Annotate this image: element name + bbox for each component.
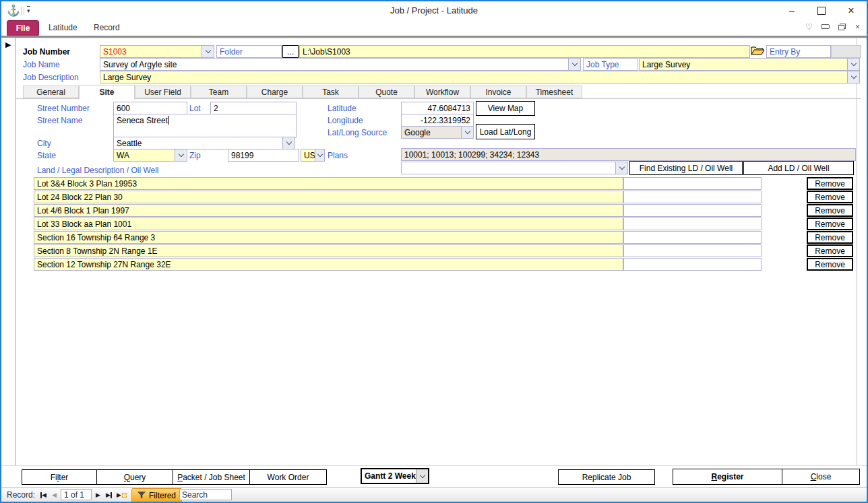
register-button[interactable]: Register [673, 469, 782, 485]
chevron-down-icon[interactable] [202, 46, 214, 57]
gantt-view-combo[interactable]: Gantt 2 Week [361, 468, 429, 484]
street-name-field[interactable]: Seneca Street [113, 114, 297, 138]
window-title: Job / Project - Latitude [1, 5, 867, 15]
new-record-button[interactable]: ▶ [117, 490, 127, 500]
filter-button[interactable]: Filter [22, 469, 97, 485]
tab-workflow[interactable]: Workflow [414, 86, 470, 98]
add-ld-button[interactable]: Add LD / Oil Well [743, 161, 854, 175]
maximize-button[interactable] [807, 1, 836, 20]
remove-land-button[interactable]: Remove [807, 258, 853, 271]
street-number-field[interactable]: 600 [113, 102, 187, 114]
land-extra-field[interactable] [623, 231, 762, 244]
land-section-label: Land / Legal Description / Oil Well [37, 164, 159, 176]
last-record-button[interactable]: ▶ [106, 490, 112, 500]
chevron-down-icon[interactable] [847, 71, 859, 83]
chevron-down-icon[interactable] [568, 59, 580, 70]
longitude-field[interactable]: -122.3319952 [401, 114, 474, 127]
street-name-label: Street Name [37, 114, 82, 127]
land-search-combo[interactable] [401, 162, 628, 174]
job-number-combo[interactable]: S1003 [100, 45, 214, 58]
tab-timesheet[interactable]: Timesheet [526, 86, 582, 98]
remove-land-button[interactable]: Remove [807, 191, 853, 203]
chevron-down-icon[interactable] [847, 59, 859, 70]
zip-field[interactable]: 98199 [228, 149, 299, 162]
query-button[interactable]: Query [96, 469, 173, 485]
city-value: Seattle [117, 139, 142, 148]
chevron-down-icon[interactable] [615, 162, 627, 174]
job-type-combo[interactable]: Large Survey [639, 58, 860, 71]
city-combo[interactable]: Seattle [113, 137, 295, 149]
next-record-button[interactable]: ▶ [96, 490, 100, 500]
folder-path-field[interactable]: L:\Job\S1003 [299, 45, 750, 58]
ribbon-tab-latitude[interactable]: Latitude [49, 20, 78, 35]
lot-field[interactable]: 2 [210, 102, 297, 114]
ribbon-tab-record[interactable]: Record [94, 20, 120, 35]
state-label: State [37, 149, 56, 162]
land-extra-field[interactable] [623, 204, 762, 217]
land-extra-field[interactable] [623, 177, 762, 190]
state-combo[interactable]: WA [113, 149, 187, 162]
tab-strip: General Site User Field Team Charge Task… [16, 85, 861, 99]
land-extra-field[interactable] [623, 191, 762, 203]
job-name-combo[interactable]: Survey of Argyle site [100, 58, 581, 71]
chevron-down-icon[interactable] [416, 469, 428, 483]
form-right-edge [857, 38, 857, 465]
job-description-combo[interactable]: Large Survey [100, 71, 860, 83]
tab-general[interactable]: General [23, 86, 79, 98]
land-extra-field[interactable] [623, 217, 762, 230]
land-description-field[interactable]: Section 12 Township 27N Range 32E [34, 258, 623, 271]
chevron-down-icon[interactable] [461, 127, 473, 138]
tab-site[interactable]: Site [79, 85, 135, 99]
chevron-down-icon[interactable] [282, 137, 294, 149]
ribbon-tab-file[interactable]: File [7, 20, 39, 36]
folder-browse-button[interactable]: ... [282, 45, 299, 58]
land-description-field[interactable]: Lot 33 Block aa Plan 1001 [34, 217, 623, 230]
remove-land-button[interactable]: Remove [807, 231, 853, 244]
plans-field[interactable]: 10001; 10013; 100299; 34234; 12343 [401, 148, 856, 161]
open-folder-icon[interactable] [751, 44, 765, 59]
tab-team[interactable]: Team [191, 86, 247, 98]
close-form-button[interactable]: Close [782, 469, 860, 485]
land-description-field[interactable]: Lot 4/6 Block 1 Plan 1997 [34, 204, 623, 217]
entry-by-field[interactable] [831, 45, 861, 58]
restore-window-icon[interactable] [836, 22, 846, 32]
load-latlong-button[interactable]: Load Lat/Long [476, 124, 535, 139]
remove-land-button[interactable]: Remove [807, 177, 853, 190]
land-description-field[interactable]: Section 8 Township 2N Range 1E [34, 244, 623, 257]
tab-task[interactable]: Task [303, 86, 359, 98]
country-combo[interactable]: US [301, 149, 325, 162]
packet-job-sheet-button[interactable]: Packet / Job Sheet [173, 469, 250, 485]
find-existing-ld-button[interactable]: Find Existing LD / Oil Well [629, 161, 743, 175]
minimize-button[interactable]: – [777, 1, 807, 20]
filtered-toggle-button[interactable]: Filtered [131, 488, 182, 502]
tab-charge[interactable]: Charge [247, 86, 303, 98]
remove-land-button[interactable]: Remove [807, 244, 853, 257]
funnel-icon [137, 492, 146, 499]
land-extra-field[interactable] [623, 258, 762, 271]
remove-land-button[interactable]: Remove [807, 217, 853, 230]
view-map-button[interactable]: View Map [476, 101, 535, 116]
work-order-button[interactable]: Work Order [249, 469, 327, 485]
close-window-icon[interactable]: × [852, 22, 863, 32]
close-button[interactable]: × [836, 1, 866, 20]
first-record-button[interactable]: ◀ [40, 490, 46, 500]
replicate-job-button[interactable]: Replicate Job [558, 469, 655, 485]
previous-record-button[interactable]: ◀ [52, 490, 57, 500]
record-selector[interactable]: ▶ [1, 38, 16, 465]
land-description-field[interactable]: Lot 3&4 Block 3 Plan 19953 [34, 177, 623, 190]
land-extra-field[interactable] [623, 244, 762, 257]
land-description-field[interactable]: Lot 24 Block 22 Plan 30 [34, 191, 623, 203]
latitude-field[interactable]: 47.6084713 [401, 102, 474, 114]
remove-land-button[interactable]: Remove [807, 204, 853, 217]
land-description-field[interactable]: Section 16 Township 64 Range 3 [34, 231, 623, 244]
record-position-box[interactable]: 1 of 1 [61, 489, 92, 500]
tab-invoice[interactable]: Invoice [470, 86, 526, 98]
chevron-down-icon[interactable] [315, 149, 324, 161]
latlong-source-combo[interactable]: Google [401, 126, 474, 139]
record-search-input[interactable] [179, 489, 232, 500]
chevron-down-icon[interactable] [175, 149, 187, 161]
tab-user-field[interactable]: User Field [135, 86, 191, 98]
heart-icon[interactable]: ♡ [804, 22, 814, 32]
tab-quote[interactable]: Quote [359, 86, 414, 98]
minimize-window-icon[interactable] [820, 22, 830, 32]
